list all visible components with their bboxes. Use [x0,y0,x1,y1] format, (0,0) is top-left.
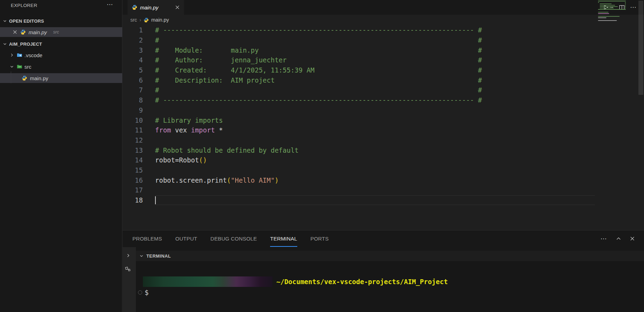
close-icon[interactable] [175,5,180,10]
code-line-15[interactable]: 15 [123,165,644,175]
panel-tab-bar: PROBLEMSOUTPUTDEBUG CONSOLETERMINALPORTS [132,230,329,247]
code-line-17[interactable]: 17 [123,185,644,195]
code-text: # Author: jenna_juechter # [155,56,482,64]
open-editor-file-detail: src [53,30,59,35]
line-number[interactable]: 12 [123,136,143,144]
code-line-13[interactable]: 13# Robot should be defined by default [123,145,644,155]
code-line-8[interactable]: 8# -------------------------------------… [123,95,644,105]
terminal-prompt: $ [145,289,148,296]
code-text: # Module: main.py # [155,46,482,54]
explorer-sidebar: EXPLORER ⋯ OPEN EDITORS main.py src AIM_… [0,0,122,312]
line-number[interactable]: 3 [123,46,143,54]
open-editor-file-label: main.py [29,29,47,35]
code-line-4[interactable]: 4# Author: jenna_juechter # [123,55,644,65]
code-text: # # [155,36,482,44]
code-text: # Description: AIM project # [155,76,482,84]
chevron-right-icon[interactable] [125,253,131,258]
code-line-6[interactable]: 6# Description: AIM project # [123,75,644,85]
command-decoration-circle-icon[interactable] [138,290,142,295]
close-icon[interactable] [13,30,17,35]
terminal-cwd-path: ~/Documents/vex-vscode-projects/AIM_Proj… [276,278,448,286]
line-number[interactable]: 7 [123,86,143,94]
line-number[interactable]: 10 [123,116,143,124]
terminal-viewport[interactable]: ~/Documents/vex-vscode-projects/AIM_Proj… [136,261,644,312]
code-text: # Library imports [155,116,223,124]
code-line-18[interactable]: 18 [123,195,644,205]
line-number[interactable]: 18 [123,196,143,204]
terminal-prompt-row: $ [138,287,148,298]
code-line-14[interactable]: 14robot=Robot() [123,155,644,165]
panel-tab-problems[interactable]: PROBLEMS [132,230,162,247]
code-line-1[interactable]: 1# -------------------------------------… [123,25,644,35]
panel-tab-ports[interactable]: PORTS [310,230,329,247]
maximize-panel-icon[interactable] [616,236,621,242]
tree-item-src-folder[interactable]: src [0,62,122,71]
panel-tab-output[interactable]: OUTPUT [175,230,197,247]
line-number[interactable]: 5 [123,66,143,74]
code-lines: 1# -------------------------------------… [123,25,644,205]
text-cursor [155,196,156,204]
line-number[interactable]: 2 [123,36,143,44]
project-section-header[interactable]: AIM_PROJECT [0,39,122,49]
line-number[interactable]: 16 [123,176,143,184]
editor-area: main.py ⋯ src › main.py 1# ------- [123,0,644,230]
code-line-11[interactable]: 11from vex import * [123,125,644,135]
line-number[interactable]: 15 [123,166,143,174]
line-number[interactable]: 4 [123,56,143,64]
code-text: # Robot should be defined by default [155,146,299,154]
code-line-3[interactable]: 3# Module: main.py # [123,45,644,55]
tree-item-label: main.py [30,75,48,81]
line-number[interactable]: 6 [123,76,143,84]
code-line-9[interactable]: 9 [123,105,644,115]
tab-mainpy[interactable]: main.py [128,0,184,15]
breadcrumb-separator: › [139,17,141,23]
terminal-section-header[interactable]: TERMINAL [136,251,644,261]
line-number[interactable]: 1 [123,26,143,34]
code-line-2[interactable]: 2# # [123,35,644,45]
terminal-section-label: TERMINAL [146,253,171,259]
panel-tab-debug-console[interactable]: DEBUG CONSOLE [210,230,257,247]
editor-scrollbar[interactable] [638,1,643,95]
tree-item-vscode-folder[interactable]: .vscode [0,50,122,60]
python-icon [144,17,149,23]
terminal-splash-gradient [143,276,273,287]
bottom-panel: PROBLEMSOUTPUTDEBUG CONSOLETERMINALPORTS… [123,230,644,312]
code-text: # Created: 4/1/2025, 11:55:39 AM # [155,66,482,74]
line-number[interactable]: 14 [123,156,143,164]
code-line-7[interactable]: 7# # [123,85,644,95]
tree-indent-guide [11,71,11,83]
code-line-12[interactable]: 12 [123,135,644,145]
project-name-label: AIM_PROJECT [9,41,42,47]
panel-more-actions-icon[interactable]: ⋯ [600,235,607,243]
line-number[interactable]: 17 [123,186,143,194]
editor-tab-bar: main.py ⋯ [123,0,644,15]
editor-more-actions-icon[interactable]: ⋯ [630,3,637,11]
chevron-down-icon [2,41,8,47]
python-icon [132,5,137,10]
src-folder-icon [17,64,22,69]
code-line-5[interactable]: 5# Created: 4/1/2025, 11:55:39 AM # [123,65,644,75]
open-editor-item-mainpy[interactable]: main.py src [0,27,122,37]
minimap[interactable] [598,1,627,43]
line-number[interactable]: 11 [123,126,143,134]
code-text: from vex import * [155,126,223,134]
tree-item-label: .vscode [24,52,43,58]
sidebar-title: EXPLORER [11,3,37,8]
breadcrumb-folder[interactable]: src [130,17,137,23]
vex-terminal-profile-icon[interactable] [124,265,131,272]
open-editors-label: OPEN EDITORS [9,18,44,24]
explorer-more-actions-icon[interactable]: ⋯ [107,1,114,8]
panel-tab-terminal[interactable]: TERMINAL [270,230,297,247]
tree-item-label: src [24,64,31,70]
code-line-10[interactable]: 10# Library imports [123,115,644,125]
tree-item-mainpy-selected[interactable]: main.py [0,73,122,83]
code-line-16[interactable]: 16robot.screen.print("Hello AIM") [123,175,644,185]
breadcrumb-file[interactable]: main.py [151,17,169,23]
close-panel-icon[interactable] [630,236,635,241]
line-number[interactable]: 9 [123,106,143,114]
line-number[interactable]: 8 [123,96,143,104]
line-number[interactable]: 13 [123,146,143,154]
chevron-right-icon [9,52,15,58]
open-editors-section-header[interactable]: OPEN EDITORS [0,16,122,26]
chevron-down-icon [2,18,8,24]
